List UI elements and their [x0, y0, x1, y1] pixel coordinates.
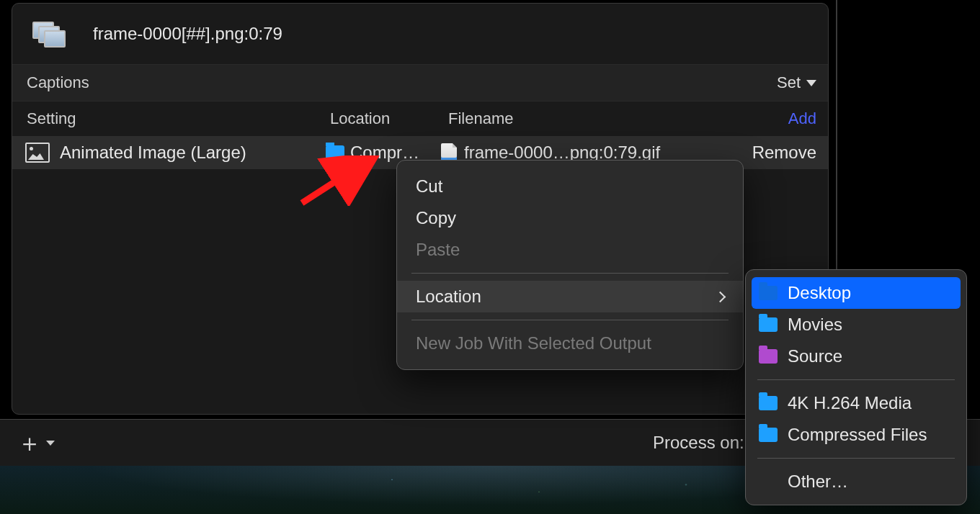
loc-desktop[interactable]: Desktop — [752, 277, 961, 309]
menu-separator — [411, 273, 729, 274]
col-location: Location — [326, 109, 445, 128]
remove-link[interactable]: Remove — [745, 143, 816, 163]
image-setting-icon — [25, 143, 50, 163]
ctx-location[interactable]: Location — [397, 281, 743, 312]
col-setting: Setting — [12, 109, 326, 128]
columns-header: Setting Location Filename Add — [12, 102, 828, 136]
ctx-location-label: Location — [416, 287, 481, 307]
location-submenu: Desktop Movies Source 4K H.264 Media Com… — [745, 269, 967, 505]
captions-set-label: Set — [777, 73, 801, 92]
ctx-paste: Paste — [397, 234, 743, 266]
job-setting-label: Animated Image (Large) — [60, 143, 246, 163]
loc-movies-label: Movies — [788, 315, 842, 335]
folder-icon — [759, 317, 778, 332]
ctx-cut[interactable]: Cut — [397, 171, 743, 202]
loc-movies[interactable]: Movies — [746, 309, 966, 341]
col-filename: Filename — [445, 109, 788, 128]
captions-set-dropdown[interactable]: Set — [777, 73, 816, 92]
menu-separator — [411, 320, 729, 320]
folder-icon — [759, 349, 778, 364]
add-job-button[interactable]: ＋ — [17, 430, 55, 455]
loc-compressed[interactable]: Compressed Files — [746, 419, 966, 451]
source-header: frame-0000[##].png:0:79 — [12, 4, 828, 64]
folder-icon — [759, 428, 778, 442]
chevron-right-icon — [715, 291, 726, 302]
ctx-new-job: New Job With Selected Output — [397, 328, 743, 359]
loc-source-label: Source — [788, 346, 842, 366]
menu-separator — [757, 458, 955, 459]
loc-other[interactable]: Other… — [746, 466, 966, 497]
plus-icon: ＋ — [17, 430, 42, 455]
chevron-down-icon — [806, 80, 816, 86]
loc-4k-media[interactable]: 4K H.264 Media — [746, 387, 966, 419]
folder-icon — [759, 286, 778, 300]
add-link[interactable]: Add — [788, 109, 816, 128]
folder-icon — [759, 396, 778, 410]
loc-desktop-label: Desktop — [788, 283, 851, 303]
loc-4k-media-label: 4K H.264 Media — [788, 393, 912, 413]
source-title: frame-0000[##].png:0:79 — [93, 24, 282, 44]
folder-icon — [326, 145, 344, 160]
ctx-copy[interactable]: Copy — [397, 202, 743, 234]
menu-separator — [757, 379, 955, 380]
captions-bar: Captions Set — [12, 64, 828, 102]
loc-other-label: Other… — [788, 472, 848, 492]
process-on-label: Process on: — [653, 433, 744, 453]
image-sequence-icon — [32, 22, 64, 46]
context-menu: Cut Copy Paste Location New Job With Sel… — [396, 160, 744, 370]
captions-label: Captions — [27, 73, 89, 92]
loc-source[interactable]: Source — [746, 341, 966, 372]
loc-compressed-label: Compressed Files — [788, 425, 927, 445]
chevron-down-icon — [46, 441, 55, 446]
